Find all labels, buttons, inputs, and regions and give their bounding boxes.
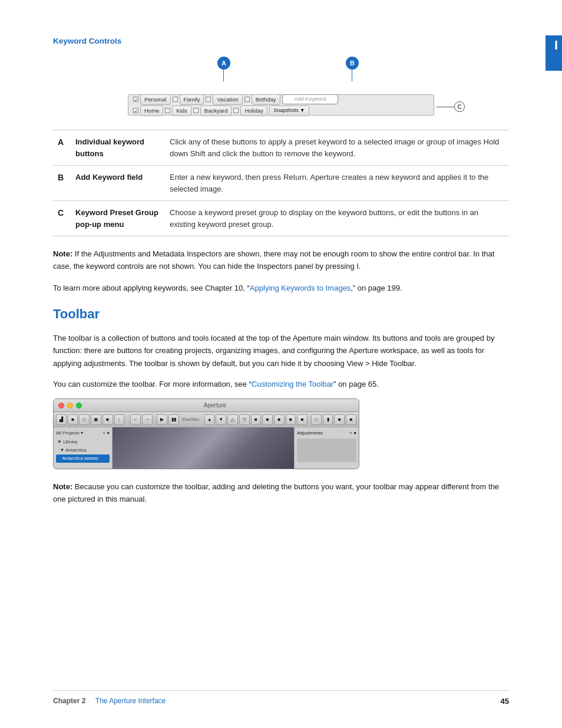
tb-sidebar-library[interactable]: ▼ Library (56, 438, 110, 446)
kw-checkbox-1: ✓ (133, 97, 138, 102)
kw-add-keyword-field[interactable]: Add Keyword (282, 94, 339, 105)
tb-icon-1[interactable]: ▟ (56, 414, 67, 425)
window-close-button[interactable] (58, 403, 64, 409)
tb-icon-6[interactable]: ⋮ (114, 414, 125, 425)
tb-icon-7[interactable]: ← (130, 414, 141, 425)
chapter-tab-letter: I (554, 35, 558, 55)
kw-snapshots-menu[interactable]: Snapshots ▼ (269, 106, 309, 116)
tb-icon-right-11[interactable]: ▮ (323, 414, 333, 425)
tb-icon-right-5[interactable]: ■ (251, 414, 262, 425)
tb-icon-right-13[interactable]: ■ (346, 414, 356, 425)
toolbar-icons-row: ▟ ■ □ ▣ ■ ⋮ ← → ▶ ▮▮ Dur/Sec ▲ ▼ △ ▽ ■ ■… (54, 412, 359, 427)
toolbar-heading: Toolbar (53, 304, 509, 324)
tb-sidebar-header: All Projects ▾ + ● (56, 430, 110, 437)
table-term-b: Add Keyword field (71, 166, 165, 201)
callout-b-circle: B (346, 57, 359, 70)
kw-btn-birthday[interactable]: Birthday (252, 94, 280, 105)
tb-icon-2[interactable]: ■ (68, 414, 78, 425)
kw-checkbox-8 (233, 108, 239, 113)
tb-icon-right-6[interactable]: ■ (262, 414, 273, 425)
note-1-text: If the Adjustments and Metadata Inspecto… (53, 249, 494, 271)
keyword-controls-heading: Keyword Controls (53, 35, 509, 47)
toolbar-note-bold: Note: (53, 482, 72, 491)
tb-label: Dur/Sec (180, 416, 202, 423)
note-1-bold: Note: (53, 249, 72, 258)
keyword-bar-wrapper: ✓ Personal Family Vacation Birthday Add … (128, 94, 434, 116)
tb-sidebar-controls: + ● (103, 430, 110, 437)
tb-icon-3[interactable]: □ (79, 414, 90, 425)
kw-checkbox-2 (173, 97, 178, 102)
tb-icon-9[interactable]: ▶ (157, 414, 167, 425)
kw-btn-vacation[interactable]: Vacation (213, 94, 242, 105)
note-1: Note: If the Adjustments and Metadata In… (53, 248, 509, 273)
window-minimize-button[interactable] (67, 403, 73, 409)
toolbar-para-2: You can customize the toolbar. For more … (53, 378, 509, 390)
callout-c-circle: C (454, 101, 465, 112)
keyword-bar: ✓ Personal Family Vacation Birthday Add … (128, 94, 434, 116)
table-label-a: A (53, 130, 71, 166)
keyword-row-1: ✓ Personal Family Vacation Birthday Add … (133, 94, 429, 105)
customizing-toolbar-link[interactable]: Customizing the Toolbar (252, 380, 333, 388)
table-desc-b: Enter a new keyword, then press Return. … (165, 166, 509, 201)
kw-checkbox-6 (165, 108, 170, 113)
note-2: To learn more about applying keywords, s… (53, 282, 509, 295)
footer-chapter-separator (88, 697, 94, 705)
kw-btn-personal[interactable]: Personal (140, 94, 171, 105)
footer-chapter-link[interactable]: The Aperture Interface (95, 697, 166, 705)
tb-icon-right-1[interactable]: ▲ (204, 414, 215, 425)
tb-icon-4[interactable]: ▣ (91, 414, 101, 425)
footer-page-number: 45 (501, 696, 509, 707)
callout-c-wrapper: C (437, 101, 465, 112)
tb-icon-10[interactable]: ▮▮ (168, 414, 179, 425)
tb-icon-right-10[interactable]: □ (311, 414, 322, 425)
toolbar-note-text: Because you can customize the toolbar, a… (53, 482, 499, 503)
keyword-bar-inner: ✓ Personal Family Vacation Birthday Add … (131, 93, 431, 118)
kw-snapshots-label: Snapshots (273, 107, 299, 115)
tb-icon-right-9[interactable]: ■ (297, 414, 308, 425)
kw-btn-holiday[interactable]: Holiday (240, 106, 267, 116)
toolbar-note: Note: Because you can customize the tool… (53, 481, 509, 506)
tb-icon-right-12[interactable]: ■ (334, 414, 345, 425)
note-2-suffix: ,” on page 199. (351, 284, 402, 292)
toolbar-screenshot: Aperture ▟ ■ □ ▣ ■ ⋮ ← → ▶ ▮▮ Dur/Sec ▲ … (53, 398, 359, 469)
tb-icon-8[interactable]: → (142, 414, 153, 425)
callout-b-line (352, 70, 352, 81)
table-desc-a: Click any of these buttons to apply a pr… (165, 130, 509, 166)
toolbar-main-area: All Projects ▾ + ● ▼ Library ▼ Antarctic… (54, 427, 359, 469)
tb-sidebar-antarctica[interactable]: ▼ Antarctica (56, 446, 110, 454)
tb-icon-right-2[interactable]: ▼ (216, 414, 226, 425)
tb-adjustments-content (297, 439, 356, 462)
tb-icon-5[interactable]: ■ (103, 414, 113, 425)
tb-adjustments-label: Adjustments (297, 430, 323, 437)
page-container: I Keyword Controls A B ✓ Personal Family (0, 0, 562, 728)
tb-sidebar-antarctica-tablets[interactable]: Antarctica tablets (56, 454, 110, 463)
tb-adjustments-controls: + ● (349, 430, 356, 437)
applying-keywords-link[interactable]: Applying Keywords to Images (250, 284, 351, 292)
tb-icon-right-3[interactable]: △ (227, 414, 238, 425)
table-label-b: B (53, 166, 71, 201)
tb-icon-right-4[interactable]: ▽ (239, 414, 250, 425)
kw-btn-home[interactable]: Home (140, 106, 163, 116)
tb-icon-right-7[interactable]: ■ (274, 414, 285, 425)
kw-btn-kids[interactable]: Kids (172, 106, 191, 116)
table-row-b: B Add Keyword field Enter a new keyword,… (53, 166, 509, 201)
toolbar-para-2-prefix: You can customize the toolbar. For more … (53, 380, 252, 388)
table-term-a: Individual keywordbuttons (71, 130, 165, 166)
tb-all-projects[interactable]: All Projects ▾ (56, 430, 83, 437)
toolbar-para-2-suffix: ” on page 65. (333, 380, 379, 388)
kw-checkbox-7 (193, 108, 199, 113)
kw-btn-backyard[interactable]: Backyard (200, 106, 232, 116)
tb-icon-right-8[interactable]: ■ (286, 414, 296, 425)
callout-a-line (223, 70, 224, 81)
footer-chapter-label: Chapter 2 (53, 697, 85, 705)
window-maximize-button[interactable] (76, 403, 82, 409)
toolbar-sidebar: All Projects ▾ + ● ▼ Library ▼ Antarctic… (54, 427, 113, 469)
keyword-table: A Individual keywordbuttons Click any of… (53, 130, 509, 236)
table-label-c: C (53, 201, 71, 236)
table-desc-c: Choose a keyword preset group to display… (165, 201, 509, 236)
kw-btn-family[interactable]: Family (180, 94, 204, 105)
table-row-a: A Individual keywordbuttons Click any of… (53, 130, 509, 166)
toolbar-adjustments-panel: Adjustments + ● (294, 427, 359, 469)
tb-adjustments-header: Adjustments + ● (297, 430, 356, 437)
footer-chapter: Chapter 2 The Aperture Interface (53, 696, 166, 706)
